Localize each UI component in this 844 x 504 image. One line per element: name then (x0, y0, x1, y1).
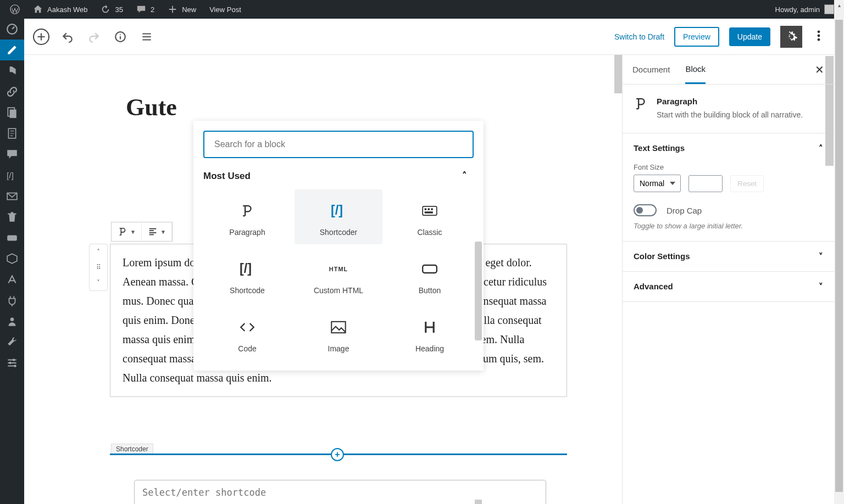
svg-rect-20 (431, 208, 433, 210)
sidebar-item-posts[interactable] (0, 40, 24, 60)
close-panel-button[interactable]: ✕ (815, 63, 824, 76)
admin-bar: Aakash Web 35 2 New View Post Howdy, adm… (0, 0, 844, 19)
drag-handle-icon[interactable]: ⠿ (90, 260, 107, 275)
svg-point-13 (818, 30, 820, 33)
sidebar-item-plugins[interactable] (0, 290, 24, 311)
undo-button[interactable] (59, 29, 76, 45)
sidebar-item-comments[interactable] (0, 144, 24, 165)
font-size-label: Font Size (634, 163, 823, 171)
sidebar-item-links[interactable] (0, 81, 24, 102)
svg-text:[/]: [/] (240, 262, 252, 276)
insert-block-plus[interactable]: + (331, 448, 344, 461)
move-up-icon[interactable]: ˄ (90, 244, 107, 260)
chevron-down-icon: ˅ (819, 282, 823, 292)
shortcode-input[interactable] (134, 480, 546, 504)
comments[interactable]: 2 (131, 0, 160, 19)
shortcoder-tooltip: Shortcoder (111, 444, 153, 455)
shortcoder-block: Select shortcode (134, 480, 546, 504)
workspace: Switch to Draft Preview Update Gute ▼ ▼ … (24, 19, 834, 504)
drop-cap-toggle[interactable] (634, 204, 657, 216)
font-size-select[interactable]: Normal (634, 175, 681, 192)
post-title[interactable]: Gute (126, 93, 614, 121)
sidebar-item-shortcoder[interactable]: [/] (0, 165, 24, 186)
switch-to-draft[interactable]: Switch to Draft (614, 32, 664, 41)
view-post[interactable]: View Post (204, 0, 247, 19)
inserter-item-heading[interactable]: Heading (386, 306, 474, 361)
block-toolbar: ▼ ▼ (111, 222, 173, 242)
tab-block[interactable]: Block (685, 55, 706, 84)
svg-point-9 (13, 359, 15, 361)
info-button[interactable] (112, 29, 129, 45)
settings-toggle[interactable] (780, 26, 802, 48)
inserter-item-classic[interactable]: Classic (386, 189, 474, 244)
avatar (824, 4, 834, 14)
inserter-item-shortcode[interactable]: [/]Shortcode (203, 248, 291, 303)
inserter-item-code[interactable]: Code (203, 306, 291, 361)
svg-point-14 (818, 35, 820, 37)
svg-rect-18 (425, 208, 427, 210)
tab-document[interactable]: Document (632, 56, 670, 83)
updates[interactable]: 35 (95, 0, 128, 19)
site-name[interactable]: Aakash Web (27, 0, 93, 19)
add-block-button[interactable] (33, 29, 49, 45)
sidebar-item-pages[interactable] (0, 102, 24, 123)
svg-text:[/]: [/] (7, 171, 14, 180)
font-size-reset[interactable]: Reset (730, 175, 764, 192)
panel-advanced[interactable]: Advanced˅ (623, 272, 834, 301)
chevron-up-icon[interactable]: ˄ (462, 170, 467, 182)
outline-button[interactable] (138, 29, 155, 45)
editor-header: Switch to Draft Preview Update (24, 19, 834, 55)
howdy-user[interactable]: Howdy, admin (770, 0, 840, 19)
sidebar-item-woo[interactable] (0, 227, 24, 248)
panel-text-settings[interactable]: Text Settings˄ (623, 133, 834, 163)
move-down-icon[interactable]: ˅ (90, 275, 107, 290)
inserter-search-input[interactable] (203, 131, 474, 158)
sidebar-item-media[interactable] (0, 60, 24, 81)
svg-rect-23 (423, 265, 437, 273)
sidebar-item-contact[interactable] (0, 186, 24, 206)
settings-sidebar: Document Block ✕ Paragraph Start with th… (622, 55, 834, 504)
drop-cap-help: Toggle to show a large initial letter. (634, 222, 823, 230)
update-button[interactable]: Update (729, 27, 770, 46)
sidebar-item-pages2[interactable] (0, 123, 24, 144)
inserter-scrollbar-end[interactable] (475, 500, 482, 504)
svg-point-10 (9, 362, 12, 364)
editor-canvas: Gute ▼ ▼ ˄ ⠿ ˅ Lorem ipsum dolor sit ame… (24, 55, 614, 504)
wp-logo[interactable] (4, 0, 25, 19)
sidebar-item-products[interactable] (0, 248, 24, 269)
inserter-scrollbar[interactable] (475, 242, 482, 340)
new-content[interactable]: New (162, 0, 202, 19)
sidebar-item-appearance[interactable] (0, 269, 24, 290)
svg-point-15 (818, 38, 820, 41)
block-type-switcher[interactable]: ▼ (112, 222, 142, 241)
align-button[interactable]: ▼ (142, 222, 172, 241)
paragraph-icon (634, 97, 648, 111)
svg-rect-17 (423, 206, 437, 215)
sidebar-item-tools[interactable] (0, 332, 24, 352)
page-scrollbar[interactable]: ▴ (834, 0, 844, 504)
svg-point-8 (10, 317, 14, 321)
inserter-item-html[interactable]: HTMLCustom HTML (295, 248, 382, 303)
block-info-title: Paragraph (657, 97, 803, 106)
svg-point-11 (14, 365, 16, 367)
inserter-item-paragraph[interactable]: Paragraph (203, 189, 291, 244)
redo-button[interactable] (86, 29, 102, 45)
sidebar-item-trash[interactable] (0, 206, 24, 227)
svg-rect-24 (331, 322, 345, 333)
sidebar-item-settings[interactable] (0, 352, 24, 373)
block-inserter: Most Used ˄ Paragraph [/]Shortcoder Clas… (193, 121, 484, 371)
svg-point-0 (10, 5, 19, 14)
sidebar-item-dashboard[interactable] (0, 19, 24, 40)
panel-color-settings[interactable]: Color Settings˅ (623, 242, 834, 271)
inserter-item-shortcoder[interactable]: [/]Shortcoder (295, 189, 382, 244)
inserter-item-button[interactable]: Button (386, 248, 474, 303)
block-mover[interactable]: ˄ ⠿ ˅ (89, 244, 108, 291)
svg-rect-21 (425, 211, 433, 214)
inserter-item-image[interactable]: Image (295, 306, 382, 361)
more-menu[interactable] (812, 29, 825, 44)
sidebar-item-users[interactable] (0, 311, 24, 332)
font-size-custom[interactable] (688, 175, 723, 192)
preview-button[interactable]: Preview (674, 27, 719, 47)
chevron-down-icon: ˅ (819, 251, 823, 261)
admin-sidebar: [/] (0, 19, 24, 504)
